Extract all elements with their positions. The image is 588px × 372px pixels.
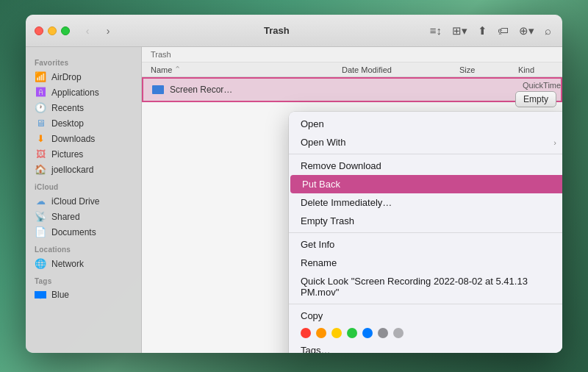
- sidebar-item-airdrop[interactable]: 📶 AirDrop: [26, 69, 141, 85]
- sidebar-item-desktop[interactable]: 🖥 Desktop: [26, 115, 141, 131]
- network-label: Network: [51, 259, 84, 269]
- sidebar-item-icloud-drive[interactable]: ☁ iCloud Drive: [26, 193, 141, 209]
- menu-item-get-info[interactable]: Get Info: [289, 235, 562, 254]
- sidebar-item-documents[interactable]: 📄 Documents: [26, 224, 141, 240]
- submenu-arrow-icon: ›: [553, 138, 556, 147]
- menu-item-delete-immediately[interactable]: Delete Immediately…: [289, 193, 562, 212]
- menu-item-remove-download[interactable]: Remove Download: [289, 157, 562, 175]
- sidebar-item-recents[interactable]: 🕐 Recents: [26, 100, 141, 115]
- table-row[interactable]: Screen Recor… QuickTime movie: [142, 77, 562, 102]
- tag-yellow-dot[interactable]: [331, 328, 342, 338]
- forward-button[interactable]: ›: [99, 22, 117, 40]
- sidebar-item-network[interactable]: 🌐 Network: [26, 256, 141, 271]
- menu-item-rename[interactable]: Rename: [289, 254, 562, 272]
- empty-trash-button[interactable]: Empty: [515, 91, 556, 107]
- sidebar-item-tag-blue[interactable]: ⬤ Blue: [26, 287, 141, 302]
- home-icon: 🏠: [35, 164, 46, 175]
- content-area: Favorites 📶 AirDrop 🅰 Applications 🕐 Rec…: [26, 47, 562, 353]
- search-icon[interactable]: ⌕: [542, 22, 553, 39]
- titlebar: ‹ › Trash ≡↕ ⊞▾ ⬆ 🏷 ⊕▾ ⌕: [26, 15, 562, 47]
- tag-icon[interactable]: 🏷: [495, 22, 511, 39]
- color-tags-row: [289, 325, 562, 341]
- airdrop-icon: 📶: [35, 71, 46, 82]
- desktop-icon: 🖥: [35, 118, 46, 129]
- menu-item-empty-trash[interactable]: Empty Trash: [289, 212, 562, 230]
- documents-label: Documents: [51, 227, 96, 237]
- menu-separator-2: [289, 232, 562, 233]
- downloads-icon: ⬇: [35, 133, 46, 144]
- tag-purple-dot[interactable]: [378, 328, 388, 338]
- locations-header: Locations: [26, 240, 141, 256]
- shared-icon: 📡: [35, 211, 46, 222]
- size-column-header[interactable]: Size: [459, 65, 518, 74]
- modified-column-header[interactable]: Date Modified: [342, 65, 459, 74]
- tag-green-dot[interactable]: [347, 328, 357, 338]
- list-view-icon[interactable]: ≡↕: [428, 22, 444, 39]
- traffic-lights: [35, 26, 70, 35]
- file-thumbnail-icon: [152, 85, 164, 94]
- documents-icon: 📄: [35, 226, 46, 237]
- home-label: joellockard: [51, 165, 93, 175]
- sidebar-item-downloads[interactable]: ⬇ Downloads: [26, 131, 141, 146]
- desktop: ‹ › Trash ≡↕ ⊞▾ ⬆ 🏷 ⊕▾ ⌕ Favorites 📶 Air…: [0, 0, 588, 372]
- finder-window: ‹ › Trash ≡↕ ⊞▾ ⬆ 🏷 ⊕▾ ⌕ Favorites 📶 Air…: [26, 15, 562, 353]
- applications-icon: 🅰: [35, 87, 46, 98]
- menu-item-open-with[interactable]: Open With ›: [289, 133, 562, 151]
- tag-gray-dot[interactable]: [393, 328, 404, 338]
- menu-item-tags[interactable]: Tags…: [289, 341, 562, 353]
- window-title: Trash: [126, 25, 428, 36]
- close-button[interactable]: [35, 26, 43, 35]
- menu-separator-1: [289, 154, 562, 154]
- tag-orange-dot[interactable]: [316, 328, 326, 338]
- sidebar-item-applications[interactable]: 🅰 Applications: [26, 85, 141, 100]
- menu-item-put-back[interactable]: Put Back: [290, 175, 562, 193]
- name-column-header[interactable]: Name ⌃: [151, 65, 342, 74]
- sidebar-item-home[interactable]: 🏠 joellockard: [26, 162, 141, 177]
- minimize-button[interactable]: [48, 26, 57, 35]
- action-icon[interactable]: ⊕▾: [517, 22, 537, 40]
- menu-item-quick-look[interactable]: Quick Look "Screen Recording 2022-08-02 …: [289, 272, 562, 301]
- toolbar: ≡↕ ⊞▾ ⬆ 🏷 ⊕▾ ⌕: [428, 22, 553, 40]
- grid-view-icon[interactable]: ⊞▾: [450, 22, 470, 40]
- network-icon: 🌐: [35, 258, 46, 269]
- menu-item-copy[interactable]: Copy: [289, 307, 562, 325]
- kind-column-header[interactable]: Kind: [518, 65, 553, 74]
- desktop-label: Desktop: [51, 118, 84, 129]
- icloud-header: iCloud: [26, 177, 141, 193]
- sidebar-item-pictures[interactable]: 🖼 Pictures: [26, 146, 141, 162]
- icloud-drive-icon: ☁: [35, 196, 46, 207]
- file-name: Screen Recor…: [170, 85, 346, 95]
- blue-tag-icon: ⬤: [35, 291, 46, 298]
- menu-item-open[interactable]: Open: [289, 115, 562, 133]
- main-content: Trash Name ⌃ Date Modified Size Kind: [142, 47, 562, 353]
- blue-tag-label: Blue: [51, 290, 69, 300]
- tags-header: Tags: [26, 271, 141, 287]
- applications-label: Applications: [51, 87, 99, 98]
- tag-blue-dot[interactable]: [362, 328, 373, 338]
- sidebar: Favorites 📶 AirDrop 🅰 Applications 🕐 Rec…: [26, 47, 142, 353]
- maximize-button[interactable]: [61, 26, 70, 35]
- favorites-header: Favorites: [26, 53, 141, 69]
- menu-separator-3: [289, 304, 562, 304]
- recents-icon: 🕐: [35, 102, 46, 113]
- tag-red-dot[interactable]: [301, 328, 311, 338]
- sidebar-item-shared[interactable]: 📡 Shared: [26, 209, 141, 224]
- pictures-label: Pictures: [51, 149, 83, 160]
- downloads-label: Downloads: [51, 134, 95, 144]
- pictures-icon: 🖼: [35, 149, 46, 160]
- back-button[interactable]: ‹: [79, 22, 96, 40]
- airdrop-label: AirDrop: [51, 72, 82, 82]
- context-menu: Open Open With › Remove Download Put Bac…: [289, 112, 562, 353]
- path-bar: Trash: [142, 47, 562, 62]
- shared-label: Shared: [51, 212, 80, 222]
- share-icon[interactable]: ⬆: [476, 22, 490, 40]
- nav-buttons: ‹ ›: [79, 22, 117, 40]
- column-headers: Name ⌃ Date Modified Size Kind: [142, 62, 562, 77]
- recents-label: Recents: [51, 103, 84, 113]
- icloud-drive-label: iCloud Drive: [51, 196, 99, 207]
